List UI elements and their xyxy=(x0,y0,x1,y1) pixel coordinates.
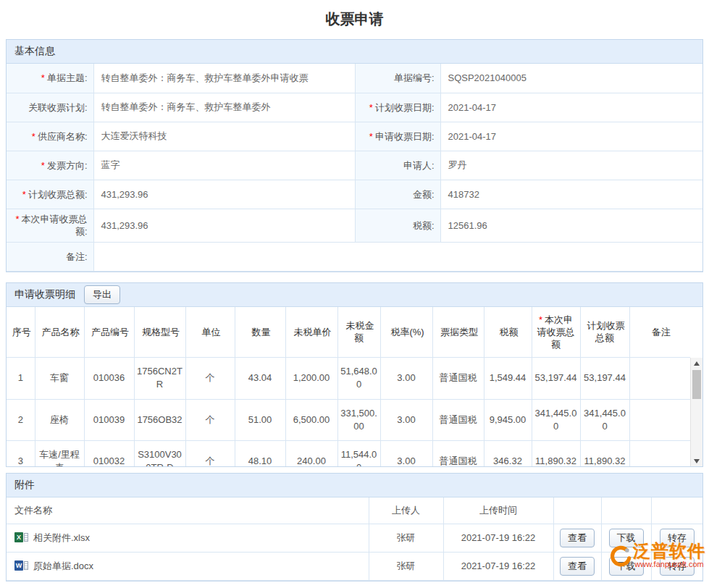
field-label: 单据编号: xyxy=(355,64,440,93)
column-header: 产品名称 xyxy=(35,307,84,358)
detail-table-header: 序号 产品名称 产品编号 规格型号 单位 数量 未税单价 未税金额 税率(%) … xyxy=(7,307,690,358)
detail-panel: 申请收票明细 导出 序号 产品名称 产品编号 规格型号 单位 数量 未税单价 未… xyxy=(6,282,703,468)
scrollbar-thumb[interactable] xyxy=(692,370,701,399)
field-value: 2021-04-17 xyxy=(440,93,702,122)
uploader-cell: 张研 xyxy=(369,552,443,580)
form-row: *单据主题: 转自整单委外：商务车、救护车整单委外申请收票 单据编号: SQSP… xyxy=(7,64,702,93)
field-value: 蓝字 xyxy=(93,151,355,180)
field-value: 罗丹 xyxy=(440,151,702,180)
file-name: 相关附件.xlsx xyxy=(33,532,90,543)
action-cell: 查看 xyxy=(553,552,601,580)
cell-apply-total: 341,445.00 xyxy=(532,399,580,440)
table-row: 2 座椅 010039 1756OB32 个 51.00 6,500.00 33… xyxy=(7,399,690,440)
field-label: 税额: xyxy=(355,209,440,242)
column-header-empty xyxy=(651,497,702,524)
transfer-button[interactable]: 转存 xyxy=(660,529,695,547)
field-value xyxy=(93,242,702,271)
export-button[interactable]: 导出 xyxy=(84,285,120,304)
form-row: 备注: xyxy=(7,242,702,271)
required-asterisk: * xyxy=(41,72,45,83)
vertical-scrollbar[interactable] xyxy=(690,358,702,466)
cell-product-code: 010036 xyxy=(84,358,134,399)
action-cell: 查看 xyxy=(553,524,601,552)
cell-apply-total: 11,890.32 xyxy=(532,440,580,466)
upload-time-cell: 2021-07-19 16:22 xyxy=(443,552,553,580)
cell-remark xyxy=(629,399,690,440)
cell-qty: 43.04 xyxy=(235,358,285,399)
column-header: 未税单价 xyxy=(285,307,337,358)
field-value: 2021-04-17 xyxy=(440,122,702,151)
scroll-down-icon[interactable] xyxy=(691,455,702,466)
field-label: *发票方向: xyxy=(7,151,93,180)
field-label: 金额: xyxy=(355,180,440,209)
cell-qty: 48.10 xyxy=(235,440,285,466)
cell-amount: 331,500.00 xyxy=(337,399,380,440)
field-value: 431,293.96 xyxy=(93,209,355,242)
cell-product-name: 座椅 xyxy=(35,399,84,440)
cell-seq: 1 xyxy=(7,358,35,399)
view-button[interactable]: 查看 xyxy=(560,529,595,547)
column-header: 未税金额 xyxy=(337,307,380,358)
field-value: 418732 xyxy=(440,180,702,209)
field-label: 申请人: xyxy=(355,151,440,180)
action-cell: 转存 xyxy=(651,552,702,580)
required-asterisk: * xyxy=(369,102,373,113)
cell-spec: 1756OB32 xyxy=(134,399,185,440)
file-name: 原始单据.docx xyxy=(33,560,93,571)
required-asterisk: * xyxy=(539,314,542,325)
file-row: W原始单据.docx 张研 2021-07-19 16:22 查看 下载 转存 xyxy=(7,552,702,580)
cell-tax: 346.32 xyxy=(484,440,532,466)
download-button[interactable]: 下载 xyxy=(609,529,644,547)
form-row: *计划收票总额: 431,293.96 金额: 418732 xyxy=(7,180,702,209)
detail-table-body: 1 车窗 010036 1756CN2TR 个 43.04 1,200.00 5… xyxy=(7,358,702,466)
cell-product-code: 010039 xyxy=(84,399,134,440)
cell-tax: 1,549.44 xyxy=(484,358,532,399)
column-header-upload-time: 上传时间 xyxy=(443,497,553,524)
detail-header-row: 序号 产品名称 产品编号 规格型号 单位 数量 未税单价 未税金额 税率(%) … xyxy=(7,307,690,358)
required-asterisk: * xyxy=(22,189,26,200)
field-value: SQSP2021040005 xyxy=(440,64,702,93)
cell-unit: 个 xyxy=(185,399,235,440)
field-label: 关联收票计划: xyxy=(7,93,93,122)
cell-seq: 3 xyxy=(7,440,35,466)
transfer-button[interactable]: 转存 xyxy=(660,557,695,576)
column-header: 备注 xyxy=(629,307,690,358)
column-header-uploader: 上传人 xyxy=(369,497,443,524)
cell-amount: 11,544.00 xyxy=(337,440,380,466)
action-cell: 下载 xyxy=(601,552,651,580)
field-value: 转自整单委外：商务车、救护车整单委外申请收票 xyxy=(93,64,355,93)
download-button[interactable]: 下载 xyxy=(609,557,644,576)
form-row: 关联收票计划: 转自整单委外：商务车、救护车整单委外 *计划收票日期: 2021… xyxy=(7,93,702,122)
field-label: *计划收票总额: xyxy=(7,180,93,209)
field-label: 备注: xyxy=(7,242,93,271)
attachments-section-header: 附件 xyxy=(7,474,702,497)
column-header-empty xyxy=(601,497,651,524)
page-title: 收票申请 xyxy=(0,0,709,39)
invoice-receipt-application-page: 收票申请 基本信息 *单据主题: 转自整单委外：商务车、救护车整单委外申请收票 … xyxy=(0,0,709,588)
action-cell: 下载 xyxy=(601,524,651,552)
attachments-header-row: 文件名称 上传人 上传时间 xyxy=(7,497,702,524)
view-button[interactable]: 查看 xyxy=(560,557,595,576)
file-row: X相关附件.xlsx 张研 2021-07-19 16:22 查看 下载 转存 xyxy=(7,524,702,552)
section-title: 基本信息 xyxy=(14,45,55,58)
cell-tax-rate: 3.00 xyxy=(380,399,432,440)
section-title: 附件 xyxy=(14,479,35,492)
required-asterisk: * xyxy=(369,131,373,142)
required-asterisk: * xyxy=(15,214,19,224)
cell-tax: 9,945.00 xyxy=(484,399,532,440)
cell-seq: 2 xyxy=(7,399,35,440)
scroll-up-icon[interactable] xyxy=(691,358,702,369)
cell-remark xyxy=(629,440,690,466)
cell-tax-rate: 3.00 xyxy=(380,358,432,399)
column-header: 规格型号 xyxy=(134,307,185,358)
cell-plan-total: 341,445.00 xyxy=(580,399,629,440)
cell-remark xyxy=(629,358,690,399)
cell-price: 240.00 xyxy=(285,440,337,466)
table-row: 3 车速/里程表 010032 S3100V300TR-D 个 48.10 24… xyxy=(7,440,690,466)
cell-product-name: 车窗 xyxy=(35,358,84,399)
column-header: 税率(%) xyxy=(380,307,432,358)
field-label: *计划收票日期: xyxy=(355,93,440,122)
column-header-empty xyxy=(553,497,601,524)
field-label: *单据主题: xyxy=(7,64,93,93)
cell-amount: 51,648.00 xyxy=(337,358,380,399)
